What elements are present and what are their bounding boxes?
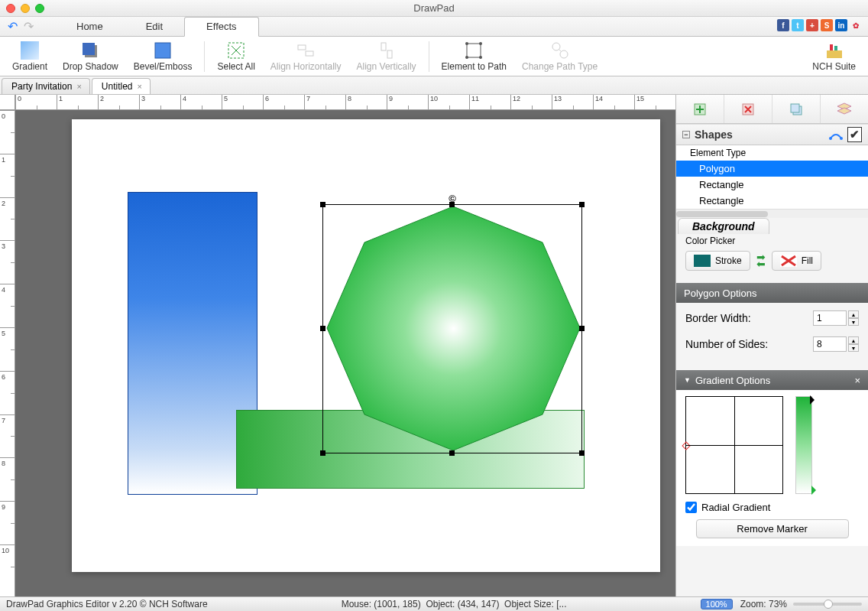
polygon-options: Border Width: ▲▼ Number of Sides: ▲▼ xyxy=(676,303,868,370)
tab-effects[interactable]: Effects xyxy=(184,17,259,37)
close-icon[interactable]: × xyxy=(76,82,81,91)
svg-rect-2 xyxy=(83,43,95,55)
app-title: DrawPad xyxy=(413,2,454,14)
svg-rect-18 xyxy=(834,46,837,50)
svg-rect-16 xyxy=(827,50,842,58)
bevel-emboss-button[interactable]: Bevel/Emboss xyxy=(126,40,200,73)
window-controls xyxy=(6,4,44,13)
titlebar: DrawPad xyxy=(0,0,868,17)
remove-marker-button[interactable]: Remove Marker xyxy=(696,519,849,538)
spin-up[interactable]: ▲ xyxy=(848,310,859,318)
layer-stack-button[interactable] xyxy=(821,95,868,123)
delete-layer-button[interactable] xyxy=(724,95,772,123)
canvas-viewport[interactable]: © xyxy=(15,110,675,596)
svg-point-10 xyxy=(465,42,468,45)
shape-polygon[interactable] xyxy=(325,204,582,453)
gradient-position-grid[interactable] xyxy=(685,396,783,494)
color-picker-label: Color Picker xyxy=(676,234,868,251)
polygon-options-header[interactable]: Polygon Options xyxy=(676,283,868,303)
tab-home[interactable]: Home xyxy=(55,18,125,36)
object-size: Object Size: [... xyxy=(504,599,566,609)
shape-item-rectangle-1[interactable]: Rectangle xyxy=(676,177,868,193)
svg-point-26 xyxy=(829,137,832,140)
svg-point-27 xyxy=(840,137,843,140)
list-header: Element Type xyxy=(676,145,868,161)
element-to-path-button[interactable]: Element to Path xyxy=(434,40,514,73)
gradient-stop-top[interactable] xyxy=(810,395,819,405)
checkmark-icon[interactable]: ✔ xyxy=(847,127,862,142)
drop-shadow-button[interactable]: Drop Shadow xyxy=(55,40,126,73)
shapes-scrollbar[interactable] xyxy=(676,209,868,218)
doc-tab-party-invitation[interactable]: Party Invitation× xyxy=(2,78,90,94)
svg-rect-17 xyxy=(830,44,833,50)
zoom-slider[interactable] xyxy=(793,603,862,606)
spin-up[interactable]: ▲ xyxy=(848,336,859,344)
settings-icon[interactable]: ✿ xyxy=(850,19,862,31)
zoom-thumb[interactable] xyxy=(824,600,833,609)
twitter-icon[interactable]: t xyxy=(792,19,804,31)
gradient-options: Radial Gradient Remove Marker xyxy=(676,390,868,546)
svg-rect-23 xyxy=(791,104,799,112)
spin-down[interactable]: ▼ xyxy=(848,344,859,352)
svg-rect-0 xyxy=(21,41,39,60)
background-tab[interactable]: Background xyxy=(678,218,769,234)
gradient-color-bar[interactable] xyxy=(795,396,812,494)
fill-color-button[interactable]: Fill xyxy=(772,251,821,271)
svg-marker-25 xyxy=(837,108,851,114)
version-text: DrawPad Graphics Editor v 2.20 © NCH Sof… xyxy=(6,599,208,609)
close-window[interactable] xyxy=(6,4,15,13)
linkedin-icon[interactable]: in xyxy=(835,19,847,31)
path-icon xyxy=(829,129,843,140)
svg-point-11 xyxy=(479,42,482,45)
shape-item-rectangle-2[interactable]: Rectangle xyxy=(676,193,868,209)
svg-marker-19 xyxy=(327,206,580,450)
svg-rect-7 xyxy=(381,43,386,50)
radial-gradient-checkbox[interactable]: Radial Gradient xyxy=(685,502,859,513)
zoom-window[interactable] xyxy=(35,4,44,13)
minimize-window[interactable] xyxy=(21,4,30,13)
menu-bar: ↶ ↷ Home Edit Effects f t + S in ✿ xyxy=(0,17,868,37)
select-all-button[interactable]: Select All xyxy=(209,40,262,73)
duplicate-layer-button[interactable] xyxy=(772,95,821,123)
svg-rect-5 xyxy=(298,45,306,50)
background-section: Background Color Picker Stroke ➡⬅ Fill xyxy=(676,218,868,283)
doc-tab-untitled[interactable]: Untitled× xyxy=(92,78,151,94)
change-path-type-button: Change Path Type xyxy=(514,40,605,73)
spin-down[interactable]: ▼ xyxy=(848,318,859,326)
google-plus-icon[interactable]: + xyxy=(806,19,818,31)
panel-toolbar xyxy=(676,95,868,124)
gradient-button[interactable]: Gradient xyxy=(5,40,55,73)
canvas-area: 0123456789101112131415 012345678910 © xyxy=(0,95,675,596)
swap-colors-button[interactable]: ➡⬅ xyxy=(756,254,766,268)
undo-button[interactable]: ↶ xyxy=(8,19,18,34)
gradient-options-header[interactable]: ▼Gradient Options× xyxy=(676,370,868,390)
shapes-section-header[interactable]: Shapes ✔ xyxy=(676,124,868,145)
social-icons: f t + S in ✿ xyxy=(777,19,862,31)
redo-button[interactable]: ↷ xyxy=(24,19,34,34)
svg-rect-9 xyxy=(467,44,481,57)
svg-point-13 xyxy=(479,56,482,59)
facebook-icon[interactable]: f xyxy=(777,19,789,31)
tab-edit[interactable]: Edit xyxy=(125,18,184,36)
border-width-label: Border Width: xyxy=(685,312,751,324)
stroke-color-button[interactable]: Stroke xyxy=(685,251,750,271)
add-layer-button[interactable] xyxy=(676,95,724,123)
shape-item-polygon[interactable]: Polygon xyxy=(676,161,868,177)
ruler-horizontal: 0123456789101112131415 xyxy=(15,95,675,110)
align-vertical-button: Align Vertically xyxy=(349,40,424,73)
chevron-down-icon: ▼ xyxy=(684,376,691,384)
gradient-handle[interactable] xyxy=(682,441,690,450)
stumble-icon[interactable]: S xyxy=(821,19,833,31)
sides-input[interactable]: ▲▼ xyxy=(813,336,859,352)
mouse-pos: Mouse: (1001, 185) xyxy=(342,599,421,609)
zoom-select[interactable]: 100% xyxy=(701,599,733,609)
gradient-stop-bottom[interactable] xyxy=(811,486,821,495)
collapse-icon[interactable] xyxy=(682,131,690,138)
close-icon[interactable]: × xyxy=(138,82,142,91)
status-bar: DrawPad Graphics Editor v 2.20 © NCH Sof… xyxy=(0,596,868,611)
object-pos: Object: (434, 147) xyxy=(426,599,499,609)
nch-suite-button[interactable]: NCH Suite xyxy=(805,40,863,73)
close-icon[interactable]: × xyxy=(854,375,860,386)
border-width-input[interactable]: ▲▼ xyxy=(813,310,859,326)
align-horizontal-button: Align Horizontally xyxy=(263,40,349,73)
